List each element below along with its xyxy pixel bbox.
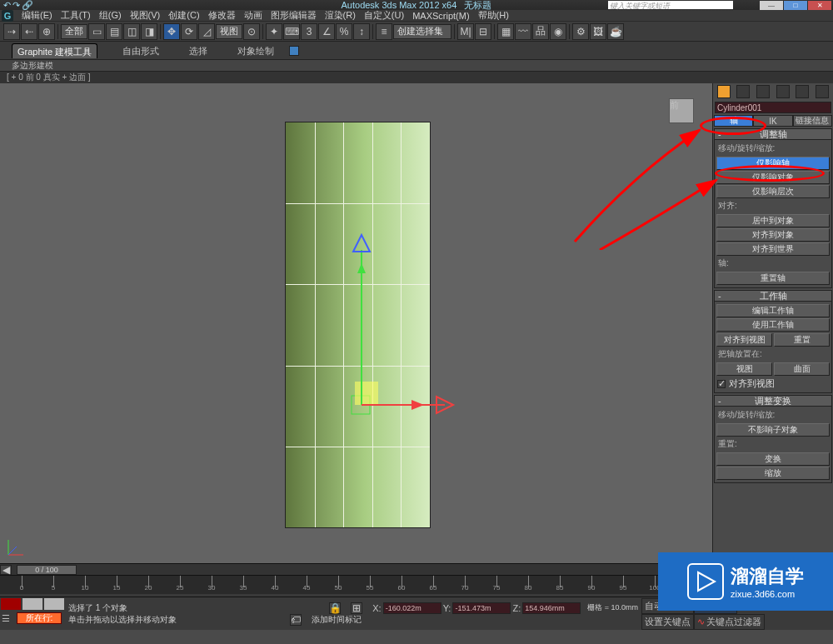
menu-tools[interactable]: 工具(T) — [59, 9, 92, 22]
reset-pivot-button[interactable]: 重置轴 — [716, 272, 830, 285]
sel-filter[interactable]: 全部 — [61, 24, 87, 39]
keyboard-btn[interactable]: ⌨ — [283, 23, 300, 40]
viewcube[interactable]: 前 — [669, 98, 694, 123]
track-bar-segment[interactable] — [44, 598, 64, 610]
checkbox-icon[interactable]: ✓ — [717, 380, 726, 388]
undo-icon[interactable]: ↶ — [3, 0, 11, 11]
setkey-button[interactable]: 设置关键点 — [641, 614, 694, 630]
menu-anim[interactable]: 动画 — [242, 9, 264, 22]
affect-object-only-button[interactable]: 仅影响对象 — [716, 171, 830, 184]
subtab-pivot[interactable]: 轴 — [714, 115, 753, 127]
render-setup-btn[interactable]: ⚙ — [572, 23, 589, 40]
curve-editor-btn[interactable]: 〰 — [515, 23, 531, 40]
ribbon-tab-freeform[interactable]: 自由形式 — [117, 43, 164, 57]
edit-working-pivot-button[interactable]: 编辑工作轴 — [716, 304, 830, 317]
scale-btn[interactable]: ◿ — [198, 23, 215, 40]
unlink-btn[interactable]: ⇠ — [21, 23, 37, 40]
sel-region-btn[interactable]: ◫ — [123, 23, 140, 40]
abs-rel-icon[interactable]: ⊞ — [351, 602, 362, 614]
tab-motion-icon[interactable] — [776, 85, 790, 98]
minimax-icon[interactable]: ☰ — [0, 613, 12, 624]
tab-hierarchy-icon[interactable] — [756, 85, 770, 98]
lock-icon[interactable]: 🔒 — [329, 602, 341, 614]
use-working-pivot-button[interactable]: 使用工作轴 — [716, 318, 830, 332]
menu-maxscript[interactable]: MAXScript(M) — [411, 11, 471, 21]
reset-transform-button[interactable]: 变换 — [716, 452, 830, 466]
place-view-button[interactable]: 视图 — [716, 362, 772, 376]
affect-hierarchy-only-button[interactable]: 仅影响层次 — [716, 185, 830, 198]
tag-icon[interactable]: 🏷 — [290, 614, 302, 626]
snap3-btn[interactable]: 3 — [301, 23, 317, 40]
z-coord-input[interactable]: 154.946mm — [522, 602, 581, 614]
tab-create-icon[interactable] — [717, 85, 731, 98]
track-bar-segment[interactable] — [22, 598, 42, 610]
layers-btn[interactable]: ▦ — [497, 23, 514, 40]
tab-display-icon[interactable] — [796, 85, 809, 98]
menu-group[interactable]: 组(G) — [97, 9, 123, 22]
named-sel-btn[interactable]: ≡ — [376, 23, 392, 40]
link-btn[interactable]: ⇢ — [3, 23, 20, 40]
select-name-btn[interactable]: ▤ — [106, 23, 122, 40]
menu-render[interactable]: 渲染(R) — [323, 9, 357, 22]
x-coord-input[interactable]: -160.022m — [383, 602, 441, 614]
rollout-working-pivot-header[interactable]: -工作轴 — [714, 290, 832, 302]
manipulate-btn[interactable]: ✦ — [266, 23, 282, 40]
menu-edit[interactable]: 编辑(E) — [20, 9, 54, 22]
menu-views[interactable]: 视图(V) — [128, 9, 162, 22]
app-icon[interactable]: G — [2, 10, 13, 22]
place-surface-button[interactable]: 曲面 — [774, 362, 830, 376]
ribbon-tab-objpaint[interactable]: 对象绘制 — [232, 43, 279, 57]
affect-pivot-only-button[interactable]: 仅影响轴 — [716, 157, 830, 170]
reset-working-button[interactable]: 重置 — [774, 333, 830, 347]
material-btn[interactable]: ◉ — [550, 23, 566, 40]
center-to-object-button[interactable]: 居中到对象 — [716, 214, 830, 227]
named-sel-set[interactable]: 创建选择集 — [393, 24, 451, 39]
menu-custom[interactable]: 自定义(U) — [362, 9, 406, 22]
rollout-adjust-pivot-header[interactable]: -调整轴 — [714, 128, 832, 140]
max-icon[interactable]: □ — [784, 1, 807, 10]
ribbon-tab-graphite[interactable]: Graphite 建模工具 — [12, 43, 97, 58]
object-name-field[interactable]: Cylinder001 — [715, 102, 831, 113]
align-to-world-button[interactable]: 对齐到世界 — [716, 242, 830, 256]
align-to-object-button[interactable]: 对齐到对象 — [716, 228, 830, 242]
script-listener[interactable]: 所在行: — [17, 612, 62, 624]
align-to-view-checkbox-row[interactable]: ✓ 对齐到视图 — [716, 377, 830, 391]
render-frame-btn[interactable]: 🖼 — [590, 23, 606, 40]
y-coord-input[interactable]: -151.473m — [452, 602, 511, 614]
schematic-btn[interactable]: 品 — [532, 23, 549, 40]
tab-utilities-icon[interactable] — [816, 85, 829, 98]
ribbon-panel-label[interactable]: 多边形建模 — [0, 60, 833, 72]
tab-modify-icon[interactable] — [736, 85, 750, 98]
percent-snap-btn[interactable]: % — [336, 23, 352, 40]
keyfilter-button[interactable]: ∿关键点过滤器 — [694, 614, 765, 630]
menu-help[interactable]: 帮助(H) — [476, 9, 511, 22]
track-bar-segment[interactable] — [1, 598, 21, 610]
redo-icon[interactable]: ↷ — [12, 0, 20, 11]
reset-scale-button[interactable]: 缩放 — [716, 467, 830, 480]
bind-btn[interactable]: ⊕ — [38, 23, 55, 40]
ribbon-icon[interactable] — [289, 46, 299, 56]
add-time-tag[interactable]: 添加时间标记 — [312, 614, 362, 626]
menu-create[interactable]: 创建(C) — [167, 9, 201, 22]
time-slider-thumb[interactable]: 0 / 100 — [17, 565, 77, 575]
menu-graph[interactable]: 图形编辑器 — [269, 9, 318, 22]
close-icon[interactable]: ✕ — [808, 1, 831, 10]
move-gizmo[interactable] — [345, 233, 461, 425]
select-btn[interactable]: ▭ — [88, 23, 105, 40]
viewport[interactable]: 前 — [0, 83, 712, 563]
subtab-linkinfo[interactable]: 链接信息 — [793, 115, 832, 127]
time-back-icon[interactable]: ◀ — [0, 565, 12, 575]
ref-coord[interactable]: 视图 — [216, 24, 242, 39]
render-btn[interactable]: ☕ — [607, 23, 624, 40]
rollout-adjust-transform-header[interactable]: -调整变换 — [714, 395, 832, 407]
pivot-center-btn[interactable]: ⊙ — [243, 23, 260, 40]
menu-modifiers[interactable]: 修改器 — [207, 9, 237, 22]
dont-affect-children-button[interactable]: 不影响子对象 — [716, 423, 830, 437]
move-btn[interactable]: ✥ — [163, 23, 180, 40]
align-to-view-button[interactable]: 对齐到视图 — [716, 333, 772, 347]
mirror-btn[interactable]: M| — [457, 23, 474, 40]
angle-snap-btn[interactable]: ∠ — [318, 23, 335, 40]
rotate-btn[interactable]: ⟳ — [181, 23, 197, 40]
spinner-snap-btn[interactable]: ↕ — [353, 23, 370, 40]
viewport-label[interactable]: [ + 0 前 0 真实 + 边面 ] — [0, 72, 833, 83]
